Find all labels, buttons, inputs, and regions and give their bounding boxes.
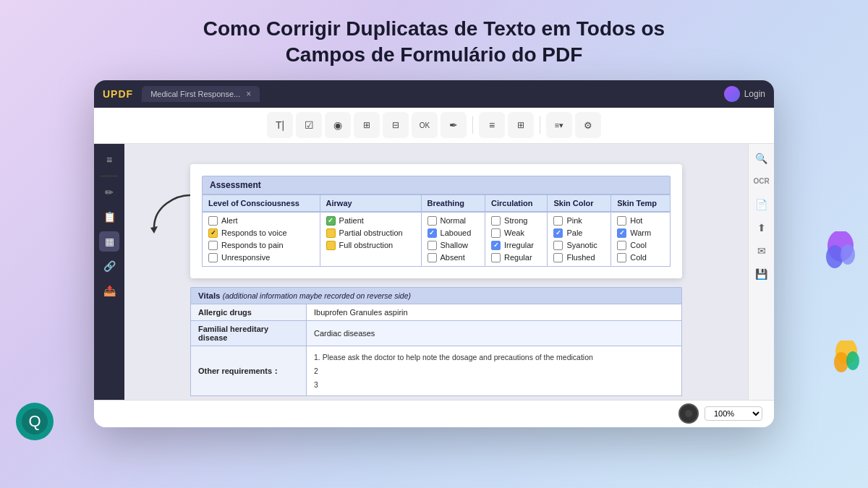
svg-text:Q: Q: [28, 412, 41, 430]
label-unresponsive: Unresponsive: [221, 253, 270, 262]
tab-close-icon[interactable]: ×: [246, 89, 251, 99]
zoom-select[interactable]: 75% 100% 125% 150%: [705, 406, 762, 421]
sidebar-icon-forms[interactable]: ▦: [99, 231, 119, 252]
checkbox-pink[interactable]: [553, 216, 563, 226]
text-tool-button[interactable]: T|: [267, 112, 293, 138]
checkbox-partial[interactable]: [326, 228, 336, 238]
list-tool-button[interactable]: ⊟: [383, 112, 409, 138]
user-avatar: [724, 86, 740, 102]
radio-tool-button[interactable]: ◉: [325, 112, 351, 138]
checkbox-cold[interactable]: [617, 253, 626, 262]
label-cool: Cool: [630, 241, 647, 249]
checkbox-pale[interactable]: [553, 228, 563, 238]
cell-consciousness: Alert Responds to voice Responds to pain: [203, 212, 320, 267]
document-area[interactable]: Assessment Level of Consciousness Airway…: [124, 144, 748, 400]
check-normal[interactable]: Normal: [427, 215, 480, 227]
check-weak[interactable]: Weak: [491, 227, 541, 239]
sign-tool-button[interactable]: ✒: [441, 112, 467, 138]
checkbox-normal[interactable]: [427, 216, 437, 226]
adjust-tool-button[interactable]: ⚙: [575, 112, 601, 138]
svg-point-7: [16, 403, 54, 440]
checkbox-laboued[interactable]: [427, 228, 437, 238]
svg-point-2: [826, 245, 843, 268]
vitals-value-hereditary[interactable]: Cardiac diseases: [307, 320, 682, 346]
label-flushed: Flushed: [566, 253, 595, 262]
check-warm[interactable]: Warm: [617, 227, 664, 239]
label-responds-voice: Responds to voice: [221, 228, 287, 237]
document-icon[interactable]: 📄: [753, 196, 770, 213]
check-strong[interactable]: Strong: [491, 215, 541, 227]
checkbox-responds-voice[interactable]: [208, 228, 218, 238]
check-partial-obstruction[interactable]: Partial obstruction: [326, 227, 415, 239]
checkbox-patient[interactable]: [326, 216, 336, 226]
vitals-row-hereditary: Familial hereditary disease Cardiac dise…: [191, 320, 682, 346]
label-responds-pain: Responds to pain: [221, 241, 284, 249]
cell-skintemp: Hot Warm Cool: [611, 212, 671, 267]
document-tab[interactable]: Medical First Response... ×: [142, 86, 260, 102]
check-shallow[interactable]: Shallow: [427, 239, 480, 252]
check-irregular[interactable]: Irregular: [491, 239, 541, 252]
checkbox-regular[interactable]: [491, 253, 501, 262]
email-icon[interactable]: ✉: [753, 242, 770, 260]
check-patient[interactable]: Patient: [326, 215, 415, 227]
checkbox-syanotic[interactable]: [553, 241, 563, 250]
checkbox-strong[interactable]: [491, 216, 501, 226]
check-full-obstruction[interactable]: Full obstruction: [326, 239, 415, 252]
cell-skincolor: Pink Pale Syanotic: [548, 212, 611, 267]
vitals-value-other[interactable]: 1. Please ask the doctor to help note th…: [307, 346, 682, 396]
grid-tool-button[interactable]: ⊞: [508, 112, 534, 138]
search-icon[interactable]: 🔍: [753, 150, 770, 167]
label-syanotic: Syanotic: [566, 241, 597, 249]
check-regular[interactable]: Regular: [491, 252, 541, 264]
upload-icon[interactable]: ⬆: [753, 219, 770, 236]
checkbox-absent[interactable]: [427, 253, 437, 262]
checkbox-shallow[interactable]: [427, 241, 437, 250]
checkbox-weak[interactable]: [491, 228, 501, 238]
checkbox-flushed[interactable]: [553, 253, 563, 262]
check-responds-pain[interactable]: Responds to pain: [208, 239, 314, 252]
sidebar-icon-edit[interactable]: ✏: [99, 182, 119, 202]
checkbox-irregular[interactable]: [491, 241, 501, 250]
check-absent[interactable]: Absent: [427, 252, 480, 264]
checkbox-cool[interactable]: [617, 241, 626, 250]
check-alert[interactable]: Alert: [208, 215, 314, 227]
form-tool-button[interactable]: ⊞: [354, 112, 380, 138]
label-regular: Regular: [504, 253, 532, 262]
sidebar-icon-export[interactable]: 📤: [99, 281, 119, 301]
checkbox-responds-pain[interactable]: [208, 241, 218, 250]
checkbox-full[interactable]: [326, 241, 336, 250]
record-button[interactable]: [678, 403, 699, 424]
checkbox-unresponsive[interactable]: [208, 253, 218, 262]
check-hot[interactable]: Hot: [617, 215, 664, 227]
col-header-skincolor: Skin Color: [548, 194, 611, 212]
check-syanotic[interactable]: Syanotic: [553, 239, 605, 252]
check-pale[interactable]: Pale: [553, 227, 605, 239]
vitals-row-allergic: Allergic drugs Ibuprofen Granules aspiri…: [191, 304, 682, 320]
check-unresponsive[interactable]: Unresponsive: [208, 252, 314, 264]
checkbox-warm[interactable]: [617, 228, 626, 238]
checkbox-tool-button[interactable]: ☑: [296, 112, 322, 138]
sidebar-icon-menu[interactable]: ≡: [99, 150, 119, 170]
svg-point-8: [22, 408, 48, 435]
vitals-value-allergic[interactable]: Ibuprofen Granules aspirin: [307, 304, 682, 320]
col-header-circulation: Circulation: [485, 194, 548, 212]
svg-point-3: [841, 244, 855, 265]
check-cold[interactable]: Cold: [617, 252, 664, 264]
label-laboued: Laboued: [441, 228, 472, 237]
checkbox-hot[interactable]: [617, 216, 626, 226]
check-laboued[interactable]: Laboued: [427, 227, 480, 239]
ok-tool-button[interactable]: OK: [412, 112, 438, 138]
save-icon[interactable]: 💾: [753, 265, 770, 283]
check-flushed[interactable]: Flushed: [553, 252, 605, 264]
sidebar-icon-pages[interactable]: 📋: [99, 207, 119, 227]
ocr-icon[interactable]: OCR: [753, 173, 770, 190]
checkbox-alert[interactable]: [208, 216, 218, 226]
login-button[interactable]: Login: [724, 86, 765, 102]
align-tool-button[interactable]: ≡▾: [546, 112, 572, 138]
check-cool[interactable]: Cool: [617, 239, 664, 252]
sidebar-icon-links[interactable]: 🔗: [99, 256, 119, 276]
pages-tool-button[interactable]: ≡: [479, 112, 505, 138]
check-responds-voice[interactable]: Responds to voice: [208, 227, 314, 239]
check-pink[interactable]: Pink: [553, 215, 605, 227]
vitals-label-other: Other requirements：: [191, 346, 307, 396]
